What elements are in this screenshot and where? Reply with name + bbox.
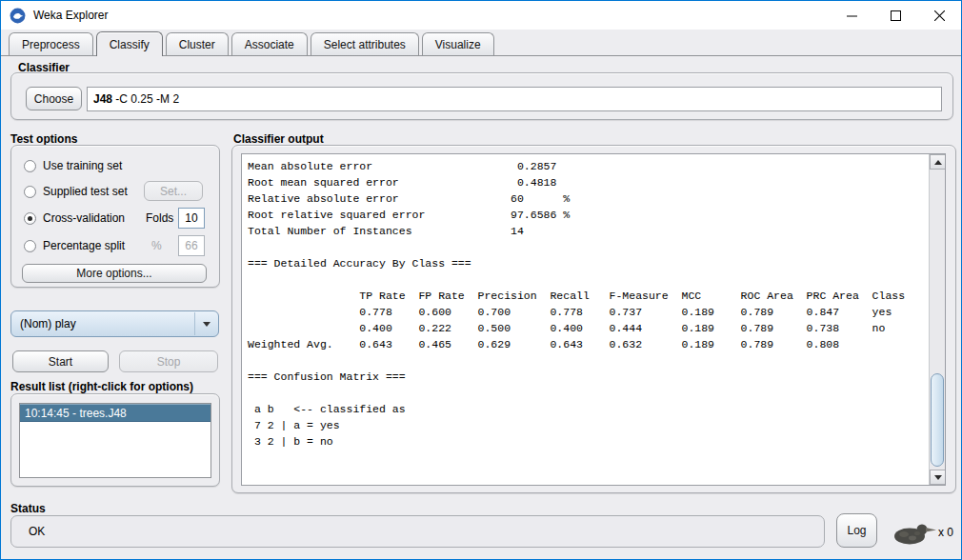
maximize-icon xyxy=(891,10,901,21)
result-list-section-label: Result list (right-click for options) xyxy=(10,380,193,393)
more-options-button[interactable]: More options... xyxy=(22,264,207,283)
tab-visualize[interactable]: Visualize xyxy=(422,32,494,55)
cross-validation-label: Cross-validation xyxy=(43,211,125,225)
class-attribute-combo[interactable]: (Nom) play xyxy=(10,310,219,337)
percentage-split-option[interactable]: Percentage split xyxy=(24,239,125,252)
use-training-set-label: Use training set xyxy=(43,159,122,172)
weka-app-icon xyxy=(10,8,26,24)
result-list-item[interactable]: 10:14:45 - trees.J48 xyxy=(20,404,210,422)
tab-label: Classify xyxy=(110,38,150,51)
supplied-test-set-label: Supplied test set xyxy=(43,185,128,198)
weka-explorer-window: Weka Explorer Preprocess Classify Cluste… xyxy=(0,0,962,560)
classifier-spec-field[interactable]: J48 -C 0.25 -M 2 xyxy=(87,87,942,111)
percentage-split-label: Percentage split xyxy=(43,239,125,252)
scrollbar-thumb[interactable] xyxy=(931,373,944,467)
radio-icon xyxy=(24,160,36,172)
cross-validation-option[interactable]: Cross-validation xyxy=(24,211,125,225)
log-button[interactable]: Log xyxy=(836,513,877,548)
tab-select-attributes[interactable]: Select attributes xyxy=(311,32,419,55)
start-button[interactable]: Start xyxy=(12,350,109,372)
title-bar: Weka Explorer xyxy=(1,1,961,30)
radio-selected-icon xyxy=(24,212,36,225)
bird-counter: x 0 xyxy=(938,526,953,539)
use-training-set-option[interactable]: Use training set xyxy=(24,159,122,172)
folds-label: Folds xyxy=(146,211,173,225)
output-vertical-scrollbar[interactable] xyxy=(929,154,945,485)
weka-bird-icon xyxy=(889,518,938,547)
close-button[interactable] xyxy=(917,1,961,30)
classifier-output-textarea[interactable]: Mean absolute error 0.2857 Root mean squ… xyxy=(241,153,946,486)
classifier-output-section-label: Classifier output xyxy=(233,132,324,146)
main-tab-bar: Preprocess Classify Cluster Associate Se… xyxy=(1,30,961,56)
minimize-button[interactable] xyxy=(830,1,873,30)
window-title: Weka Explorer xyxy=(33,9,108,22)
radio-icon xyxy=(24,186,36,198)
supplied-test-set-option[interactable]: Supplied test set xyxy=(24,185,128,198)
status-section-label: Status xyxy=(10,502,46,515)
percent-label: % xyxy=(151,239,162,252)
tab-cluster[interactable]: Cluster xyxy=(166,32,229,55)
tab-associate[interactable]: Associate xyxy=(231,32,308,55)
classifier-name: J48 xyxy=(93,92,112,106)
result-list[interactable]: 10:14:45 - trees.J48 xyxy=(19,403,211,478)
tab-label: Associate xyxy=(245,38,294,51)
folds-input[interactable]: 10 xyxy=(178,208,205,229)
triangle-down-icon xyxy=(934,475,942,480)
scroll-down-button[interactable] xyxy=(930,470,946,485)
tab-classify[interactable]: Classify xyxy=(96,31,163,56)
combo-arrow-zone xyxy=(194,312,217,335)
radio-icon xyxy=(24,240,36,252)
chevron-down-icon xyxy=(203,322,210,327)
tab-preprocess[interactable]: Preprocess xyxy=(9,32,93,55)
test-options-section-label: Test options xyxy=(10,132,77,146)
tab-label: Cluster xyxy=(179,38,215,51)
choose-classifier-button[interactable]: Choose xyxy=(26,87,82,110)
scroll-up-button[interactable] xyxy=(930,154,946,170)
status-value: OK xyxy=(29,525,45,538)
maximize-button[interactable] xyxy=(873,1,917,30)
set-test-set-button[interactable]: Set... xyxy=(144,181,203,201)
class-attribute-value: (Nom) play xyxy=(20,317,76,330)
classifier-options: -C 0.25 -M 2 xyxy=(112,92,179,106)
tab-label: Visualize xyxy=(435,38,481,51)
close-icon xyxy=(934,10,945,21)
classifier-output-text: Mean absolute error 0.2857 Root mean squ… xyxy=(242,156,928,485)
tab-label: Preprocess xyxy=(22,38,80,51)
tab-label: Select attributes xyxy=(324,38,406,51)
triangle-up-icon xyxy=(934,160,942,165)
stop-button[interactable]: Stop xyxy=(119,350,218,372)
minimize-icon xyxy=(847,10,857,21)
status-bar: OK xyxy=(10,515,825,548)
percent-input[interactable]: 66 xyxy=(178,235,205,256)
